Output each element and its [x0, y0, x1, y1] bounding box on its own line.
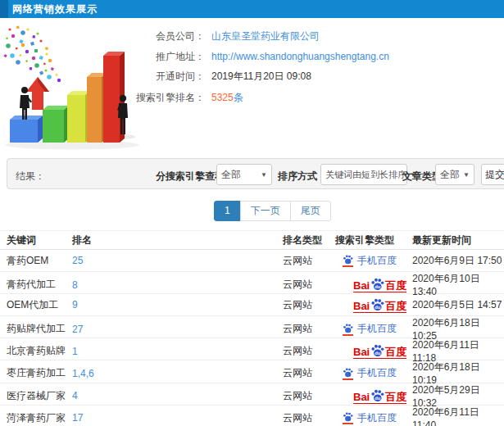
rank-link[interactable]: 17 — [72, 412, 83, 424]
account-info: 会员公司： 山东皇圣堂药业有限公司 推广地址： http://www.shand… — [131, 25, 502, 131]
updated-time-cell: 2020年6月9日 17:50 — [412, 254, 504, 268]
keyword-cell: 北京膏药贴牌 — [7, 344, 72, 358]
rank-type-cell: 云网站 — [283, 411, 335, 425]
engine-filter-select[interactable]: 全部 ▼ — [216, 164, 272, 185]
baidu-logo[interactable]: Baidu百度 — [353, 297, 406, 313]
header-keyword: 关键词 — [7, 233, 72, 247]
baidu-logo-suffix: 百度 — [385, 301, 406, 311]
updated-time-cell: 2020年6月5日 14:57 — [412, 298, 504, 312]
table-row: 北京膏药贴牌 1 云网站 Baidu百度 2020年6月11日 11:18 — [0, 338, 504, 360]
baidu-logo[interactable]: Baidu百度 — [353, 388, 406, 404]
rank-type-cell: 云网站 — [283, 278, 335, 292]
rank-link[interactable]: 1,4,6 — [72, 368, 94, 379]
rank-type-cell: 云网站 — [283, 254, 335, 268]
baidu-paw-icon — [343, 411, 353, 424]
rank-count-suffix: 条 — [234, 91, 243, 105]
rank-type-cell: 云网站 — [283, 344, 335, 358]
baidu-paw-icon: du — [370, 388, 384, 402]
engine-cell: Baidu百度 — [335, 277, 412, 292]
info-row-url: 推广地址： http://www.shandonghuangshengtang.… — [131, 51, 389, 62]
baidu-paw-icon — [343, 254, 353, 267]
baidu-logo-bai: Bai — [353, 347, 370, 357]
filter-bar: 结果： 分搜索引擎查看 全部 ▼ 排序方式 关键词由短到长排序 ▼ 文章类型 全… — [7, 158, 504, 189]
table-row: 药贴牌代加工 27 云网站 手机百度 2020年6月18日 10:25 — [0, 316, 504, 338]
engine-filter-value: 全部 — [221, 168, 241, 182]
article-filter-value: 全部 — [440, 168, 460, 182]
baidu-logo-suffix: 百度 — [385, 280, 406, 291]
engine-cell: 手机百度 — [335, 411, 412, 425]
header-updated: 最新更新时间 — [412, 233, 504, 247]
baidu-logo-bai: Bai — [353, 301, 370, 311]
rank-link[interactable]: 4 — [72, 390, 78, 401]
pagination-next[interactable]: 下一页 — [240, 201, 291, 221]
header-rank: 排名 — [72, 233, 283, 247]
confetti-dots — [3, 26, 61, 83]
baidu-paw-icon: du — [370, 277, 384, 291]
baidu-logo-bai: Bai — [353, 280, 370, 291]
pagination-page-1[interactable]: 1 — [214, 201, 241, 221]
rank-type-cell: 云网站 — [283, 366, 335, 380]
mobile-baidu-logo[interactable]: 手机百度 — [343, 411, 397, 425]
info-row-company: 会员公司： 山东皇圣堂药业有限公司 — [131, 30, 320, 42]
table-row: 医疗器械厂家 4 云网站 Baidu百度 2020年5月29日 10:32 — [0, 383, 504, 406]
bar-green — [43, 106, 69, 143]
submit-button[interactable]: 提交 — [481, 164, 504, 185]
rank-link[interactable]: 8 — [72, 279, 78, 291]
rank-type-cell: 云网站 — [283, 322, 335, 336]
header-accent — [0, 0, 8, 18]
baidu-paw-icon: du — [370, 297, 384, 311]
rank-link[interactable]: 27 — [72, 324, 83, 335]
engine-cell: Baidu百度 — [335, 343, 412, 359]
company-label: 会员公司： — [131, 29, 205, 43]
svg-text:du: du — [375, 305, 381, 310]
baidu-logo-suffix: 百度 — [385, 347, 406, 357]
growth-arrow-icon — [26, 77, 49, 110]
results-table: 关键词 排名 排名类型 搜索引擎类型 最新更新时间 膏药OEM 25 云网站 手… — [0, 230, 504, 426]
baidu-logo-bai: Bai — [353, 392, 370, 402]
baidu-paw-icon: du — [370, 343, 384, 357]
bar-yellow — [67, 91, 90, 143]
result-label: 结果： — [16, 170, 45, 184]
table-row: 枣庄膏药加工 1,4,6 云网站 手机百度 2020年6月18日 10:19 — [0, 360, 504, 383]
pagination: 1 下一页 尾页 — [214, 201, 331, 221]
mobile-baidu-logo[interactable]: 手机百度 — [343, 254, 397, 268]
header-rank-type: 排名类型 — [283, 233, 335, 247]
keyword-cell: 膏药OEM — [7, 254, 72, 268]
sort-filter-select[interactable]: 关键词由短到长排序 ▼ — [320, 164, 407, 185]
keyword-cell: 枣庄膏药加工 — [7, 366, 72, 380]
mobile-baidu-label: 手机百度 — [357, 254, 397, 268]
rank-type-cell: 云网站 — [283, 389, 335, 403]
rank-link[interactable]: 1 — [72, 346, 78, 357]
svg-text:du: du — [375, 284, 381, 289]
article-filter-select[interactable]: 全部 ▼ — [435, 164, 474, 185]
header-engine-type: 搜索引擎类型 — [335, 233, 412, 247]
table-body: 膏药OEM 25 云网站 手机百度 2020年6月9日 17:50 膏药代加工 … — [0, 250, 504, 426]
page-title: 网络营销效果展示 — [12, 0, 98, 18]
opened-time: 2019年11月20日 09:08 — [211, 70, 311, 84]
baidu-paw-icon — [343, 367, 353, 380]
baidu-logo[interactable]: Baidu百度 — [353, 277, 406, 292]
sort-filter-label: 排序方式 — [278, 170, 317, 184]
table-row: 菏泽膏药厂家 17 云网站 手机百度 2020年6月11日 11:40 — [0, 406, 504, 426]
keyword-cell: 医疗器械厂家 — [7, 389, 72, 403]
keyword-cell: 膏药代加工 — [7, 278, 72, 292]
rank-link[interactable]: 9 — [72, 299, 78, 310]
baidu-logo[interactable]: Baidu百度 — [353, 343, 406, 359]
rank-count-value: 5325 — [211, 92, 234, 103]
company-link[interactable]: 山东皇圣堂药业有限公司 — [211, 29, 320, 43]
promotion-url-link[interactable]: http://www.shandonghuangshengtang.cn — [211, 51, 389, 62]
pagination-last[interactable]: 尾页 — [290, 201, 331, 221]
table-row: 膏药OEM 25 云网站 手机百度 2020年6月9日 17:50 — [0, 250, 504, 272]
rank-link[interactable]: 25 — [72, 255, 83, 266]
mobile-baidu-label: 手机百度 — [357, 411, 397, 425]
mobile-baidu-logo[interactable]: 手机百度 — [343, 322, 397, 336]
url-label: 推广地址： — [131, 50, 205, 64]
keyword-cell: 药贴牌代加工 — [7, 322, 72, 336]
table-row: OEM代加工 9 云网站 Baidu百度 2020年6月5日 14:57 — [0, 294, 504, 316]
engine-cell: 手机百度 — [335, 322, 412, 336]
engine-cell: Baidu百度 — [335, 388, 412, 404]
sort-filter-value: 关键词由短到长排序 — [325, 169, 406, 181]
page: 网络营销效果展示 — [0, 0, 504, 426]
mobile-baidu-label: 手机百度 — [357, 322, 397, 336]
mobile-baidu-logo[interactable]: 手机百度 — [343, 366, 397, 380]
